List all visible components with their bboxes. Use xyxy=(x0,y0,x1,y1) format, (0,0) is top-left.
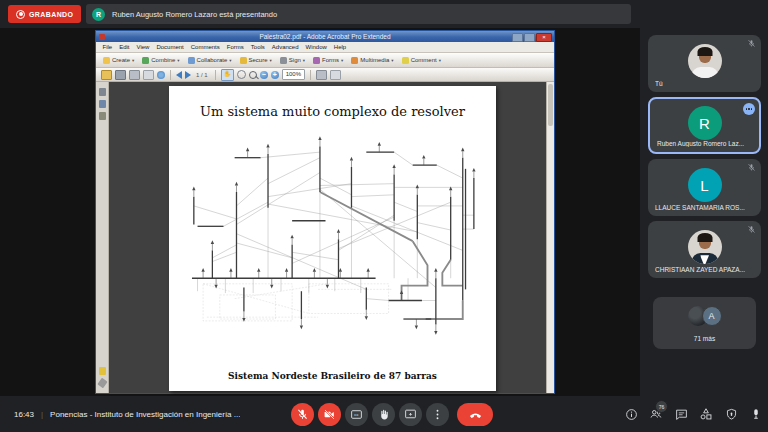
toolbar-button[interactable]: Collaborate▾ xyxy=(185,54,235,66)
participant-name: Tú xyxy=(655,80,663,87)
pages-panel-icon[interactable] xyxy=(99,88,106,96)
open-icon[interactable] xyxy=(101,70,112,80)
toolbar-button-label: Create xyxy=(112,57,130,63)
vertical-scrollbar[interactable] xyxy=(546,82,554,393)
presenter-message: Ruben Augusto Romero Lazaro está present… xyxy=(112,10,277,19)
toolbar-button[interactable]: Secure▾ xyxy=(237,54,275,66)
toolbar-separator xyxy=(310,70,311,80)
zoom-in-icon[interactable]: + xyxy=(271,71,279,79)
collaborate-icon xyxy=(188,57,195,64)
combine-icon xyxy=(142,57,149,64)
activities-button[interactable] xyxy=(698,406,714,422)
participant-name: LLAUCE SANTAMARIA ROS... xyxy=(655,204,745,211)
avatar xyxy=(688,44,722,78)
comment-icon xyxy=(402,57,409,64)
menu-item[interactable]: Forms xyxy=(223,44,247,50)
menu-item[interactable]: Window xyxy=(302,44,330,50)
menu-item[interactable]: Advanced xyxy=(268,44,302,50)
toolbar-button-label: Multimedia xyxy=(360,57,389,63)
dropdown-caret-icon: ▾ xyxy=(391,58,393,63)
print-icon[interactable] xyxy=(129,70,140,80)
fit-page-icon[interactable] xyxy=(330,70,341,80)
attachments-panel-icon[interactable] xyxy=(97,378,107,389)
page-number-field[interactable]: 1 / 1 xyxy=(194,72,210,78)
zoom-tool-icon[interactable] xyxy=(249,71,257,79)
menu-item[interactable]: Comments xyxy=(187,44,223,50)
scrollbar-thumb[interactable] xyxy=(548,84,553,126)
toolbar-button[interactable]: Create▾ xyxy=(100,54,137,66)
participant-tile[interactable]: CHRISTIAAN ZAYED APAZA... xyxy=(648,221,761,278)
acrobat-nav-panel xyxy=(96,82,109,393)
bookmarks-panel-icon[interactable] xyxy=(99,100,106,108)
zoom-out-icon[interactable]: − xyxy=(260,71,268,79)
menu-item[interactable]: Document xyxy=(153,44,187,50)
microphone-device-icon[interactable] xyxy=(748,406,764,422)
dropdown-caret-icon: ▾ xyxy=(177,58,179,63)
pdf-page: Um sistema muito complexo de resolver Si… xyxy=(169,86,496,391)
multimedia-icon xyxy=(351,57,358,64)
participant-name: CHRISTIAAN ZAYED APAZA... xyxy=(655,266,745,273)
presentation-stage: Palestra02.pdf - Adobe Acrobat Pro Exten… xyxy=(0,28,640,396)
participants-button[interactable]: 76 xyxy=(648,406,664,422)
menu-item[interactable]: Help xyxy=(330,44,349,50)
svg-text:cc: cc xyxy=(354,412,359,417)
present-screen-button[interactable] xyxy=(399,403,422,426)
recording-badge: GRABANDO xyxy=(8,5,81,23)
participant-tile-self[interactable]: Tú xyxy=(648,35,761,92)
avatar: R xyxy=(688,106,722,140)
clock: 16:43 xyxy=(14,410,34,419)
meeting-title: Ponencias - Instituto de Investigación e… xyxy=(50,410,240,419)
host-controls-button[interactable] xyxy=(723,406,739,422)
presenter-avatar: R xyxy=(92,8,105,21)
toolbar-button[interactable]: Forms▾ xyxy=(310,54,346,66)
maximize-button[interactable] xyxy=(524,33,535,42)
window-title: Palestra02.pdf - Adobe Acrobat Pro Exten… xyxy=(96,31,554,42)
toolbar-button-label: Secure xyxy=(249,57,268,63)
layers-panel-icon[interactable] xyxy=(99,112,106,120)
info-button[interactable] xyxy=(623,406,639,422)
web-icon[interactable] xyxy=(157,71,165,79)
toolbar-button[interactable]: Sign▾ xyxy=(277,54,308,66)
chat-button[interactable] xyxy=(673,406,689,422)
toolbar-button-label: Collaborate xyxy=(197,57,228,63)
more-options-icon[interactable] xyxy=(743,103,755,115)
raise-hand-button[interactable] xyxy=(372,403,395,426)
participant-tile-presenter[interactable]: R Ruben Augusto Romero Laz... xyxy=(648,97,761,154)
camera-toggle-button[interactable] xyxy=(318,403,341,426)
participant-tile[interactable]: L LLAUCE SANTAMARIA ROS... xyxy=(648,159,761,216)
captions-button[interactable]: cc xyxy=(345,403,368,426)
toolbar-button-label: Sign xyxy=(289,57,301,63)
menu-item[interactable]: View xyxy=(133,44,153,50)
next-page-icon[interactable] xyxy=(185,71,191,79)
more-participants-tile[interactable]: A 71 más xyxy=(653,297,756,349)
toolbar-button[interactable]: Multimedia▾ xyxy=(348,54,396,66)
end-call-button[interactable] xyxy=(457,403,493,426)
minimize-button[interactable] xyxy=(512,33,523,42)
slide-caption: Sistema Nordeste Brasileiro de 87 barras xyxy=(169,371,496,381)
close-button[interactable]: × xyxy=(536,33,552,42)
hand-tool-icon[interactable]: ✋ xyxy=(221,69,234,81)
menu-item[interactable]: Edit xyxy=(116,44,133,50)
toolbar-button[interactable]: Combine▾ xyxy=(139,54,182,66)
dropdown-caret-icon: ▾ xyxy=(341,58,343,63)
menu-item[interactable]: File xyxy=(99,44,116,50)
previous-page-icon[interactable] xyxy=(176,71,182,79)
bottom-bar: 16:43 | Ponencias - Instituto de Investi… xyxy=(0,396,768,432)
acrobat-task-toolbar: Create▾Combine▾Collaborate▾Secure▾Sign▾F… xyxy=(96,53,554,68)
toolbar-button-label: Comment xyxy=(411,57,437,63)
email-icon[interactable] xyxy=(143,70,154,80)
presenter-banner: R Ruben Augusto Romero Lazaro está prese… xyxy=(86,4,631,24)
zoom-level-field[interactable]: 100% xyxy=(282,69,305,80)
more-options-button[interactable] xyxy=(426,403,449,426)
save-icon[interactable] xyxy=(115,70,126,80)
dropdown-caret-icon: ▾ xyxy=(132,58,134,63)
menu-item[interactable]: Tools xyxy=(247,44,268,50)
toolbar-button[interactable]: Comment▾ xyxy=(399,54,444,66)
acrobat-titlebar[interactable]: Palestra02.pdf - Adobe Acrobat Pro Exten… xyxy=(96,31,554,42)
select-tool-icon[interactable] xyxy=(237,70,246,79)
divider: | xyxy=(41,410,43,419)
comments-panel-icon[interactable] xyxy=(99,367,106,375)
mic-toggle-button[interactable] xyxy=(291,403,314,426)
fit-width-icon[interactable] xyxy=(316,70,327,80)
create-icon xyxy=(103,57,110,64)
